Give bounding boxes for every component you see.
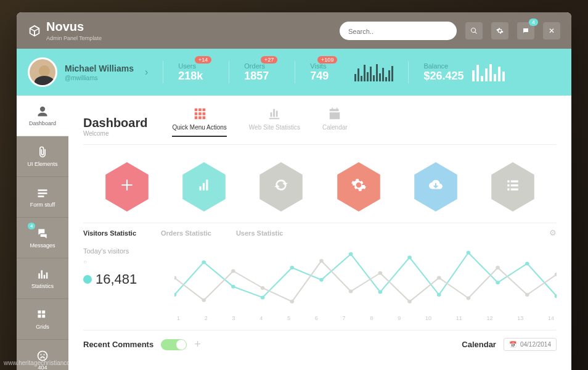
gear-icon[interactable]: ⚙: [549, 228, 557, 237]
sidebar-item-ui-elements[interactable]: UI Elements: [17, 136, 68, 177]
svg-point-21: [525, 261, 529, 265]
stat-balance: Balance $26.425: [423, 62, 505, 83]
svg-point-16: [378, 290, 383, 294]
sync-icon: [273, 177, 289, 197]
search-box[interactable]: [340, 22, 457, 40]
svg-point-31: [407, 300, 412, 303]
stat-orders: +27 Orders 1857: [244, 62, 280, 83]
gear-icon: [351, 177, 367, 197]
svg-point-13: [290, 266, 294, 269]
stat-tab-users[interactable]: Users Statistic: [236, 229, 283, 237]
svg-point-2: [44, 354, 45, 355]
calendar-icon: 📅: [509, 341, 517, 348]
hex-cloud[interactable]: [414, 162, 457, 212]
add-comment-button[interactable]: +: [194, 338, 201, 351]
brand-name: Novus: [46, 20, 102, 34]
svg-point-11: [231, 285, 235, 289]
svg-point-28: [319, 259, 324, 263]
recent-comments-title: Recent Comments: [83, 340, 153, 349]
logo: Novus Admin Panel Template: [28, 20, 102, 41]
svg-point-19: [467, 251, 471, 255]
sidebar-item-messages[interactable]: Messages: [17, 218, 68, 258]
list-icon: [505, 177, 521, 197]
svg-point-25: [231, 269, 235, 273]
svg-point-35: [525, 293, 529, 297]
svg-point-18: [437, 293, 441, 297]
search-button[interactable]: [465, 22, 483, 39]
chat-icon: [36, 228, 49, 240]
dot-icon: [83, 275, 92, 284]
chart-area: Today's visitors ○ 16,481 12345678910111…: [83, 242, 557, 330]
balance-sparkline: [472, 63, 505, 81]
svg-point-20: [496, 281, 500, 284]
settings-button[interactable]: [491, 22, 508, 39]
plus-icon: [119, 177, 135, 197]
tab-calendar[interactable]: Calendar: [322, 107, 348, 137]
brand-subtitle: Admin Panel Template: [46, 35, 102, 41]
line-chart: 1234567891011121314: [174, 247, 557, 321]
watermark: www.heritagechristiancollege.co: [4, 360, 91, 366]
stat-users: +14 Users 218k: [178, 62, 214, 83]
svg-point-26: [261, 286, 265, 290]
svg-point-17: [407, 256, 412, 260]
stat-tab-orders[interactable]: Orders Statistic: [161, 229, 211, 237]
app-window: Novus Admin Panel Template ✕ Michael Wil…: [17, 12, 571, 370]
sidebar-item-form-stuff[interactable]: Form stuff: [17, 177, 68, 218]
chat-button[interactable]: [517, 22, 534, 39]
today-value: 16,481: [83, 271, 163, 287]
page-header: Dashboard Welcome Quick Menu ActionsWeb …: [83, 107, 557, 145]
grid-icon: [36, 309, 49, 321]
hex-gear[interactable]: [337, 162, 380, 212]
grid9-icon: [193, 107, 206, 120]
user-name: Michael Williams: [65, 64, 134, 73]
tab-web-site-statistics[interactable]: Web Site Statistics: [249, 107, 300, 137]
bars-up-icon: [196, 177, 212, 197]
svg-point-33: [467, 297, 471, 300]
bottom-sections: Recent Comments + Calendar 📅 04/12/2014: [83, 330, 557, 351]
svg-point-32: [437, 276, 441, 280]
sidebar-item-statistics[interactable]: Statistics: [17, 258, 68, 299]
avatar: [28, 57, 57, 87]
comments-toggle[interactable]: [161, 339, 187, 350]
svg-point-1: [41, 354, 42, 355]
svg-point-0: [38, 351, 47, 360]
svg-point-12: [261, 295, 265, 299]
calendar-title: Calendar: [462, 340, 496, 349]
svg-point-30: [378, 271, 383, 275]
svg-point-24: [202, 298, 206, 302]
svg-point-27: [290, 300, 294, 303]
user-handle: @mwilliams: [65, 75, 134, 81]
main: DashboardUI ElementsForm stuffMessagesSt…: [17, 96, 571, 370]
svg-point-14: [319, 278, 324, 282]
hex-sync[interactable]: [259, 162, 303, 212]
clip-icon: [36, 146, 49, 158]
hex-bars-up[interactable]: [182, 162, 226, 212]
cloud-icon: [428, 177, 444, 197]
user-icon: [36, 105, 49, 118]
profile[interactable]: Michael Williams @mwilliams ›: [28, 57, 148, 87]
today-label: Today's visitors: [83, 247, 163, 255]
stat-tab-visitors[interactable]: Visitors Statistic: [83, 229, 136, 237]
close-button[interactable]: ✕: [543, 22, 560, 39]
search-input[interactable]: [348, 28, 448, 35]
hex-actions: [83, 145, 557, 223]
calendar-icon: [328, 107, 341, 120]
cube-icon: [28, 24, 41, 38]
tab-quick-menu-actions[interactable]: Quick Menu Actions: [172, 107, 226, 137]
tabs: Quick Menu ActionsWeb Site StatisticsCal…: [172, 107, 347, 137]
stat-tabs: Visitors Statistic Orders Statistic User…: [83, 223, 557, 242]
date-picker[interactable]: 📅 04/12/2014: [504, 338, 557, 351]
chevron-right-icon: ›: [145, 67, 148, 78]
svg-point-10: [202, 260, 206, 264]
barchart-icon: [267, 107, 281, 120]
visits-sparkline: [354, 63, 393, 81]
hex-list[interactable]: [491, 162, 534, 212]
sidebar-item-grids[interactable]: Grids: [17, 299, 68, 340]
bars-icon: [36, 268, 49, 281]
svg-point-34: [496, 266, 500, 269]
stat-visits: +109 Visits 749: [310, 62, 340, 83]
sidebar: DashboardUI ElementsForm stuffMessagesSt…: [17, 96, 68, 370]
sidebar-item-dashboard[interactable]: Dashboard: [17, 96, 68, 136]
form-icon: [36, 187, 49, 199]
hex-plus[interactable]: [105, 162, 149, 212]
